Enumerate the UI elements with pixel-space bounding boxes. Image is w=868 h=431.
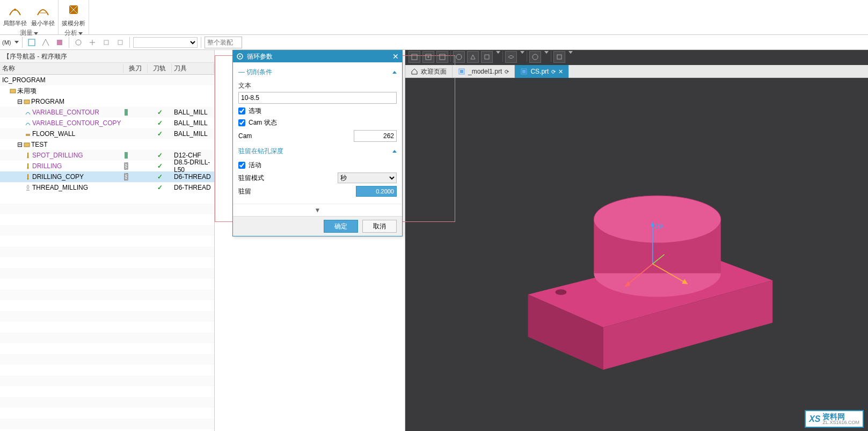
tb-icon-2[interactable] xyxy=(40,37,52,48)
tab-bar: 欢迎页面_model1.prt ⟳CS.prt ⟳ × xyxy=(405,65,868,78)
svg-rect-12 xyxy=(27,153,28,157)
assembly-input[interactable] xyxy=(205,37,242,48)
tb-icon-4[interactable] xyxy=(72,37,84,48)
nav-blank-row xyxy=(0,300,214,311)
local-radius-button[interactable]: 局部半径 xyxy=(3,0,27,27)
cam-status-checkbox[interactable] xyxy=(238,119,245,126)
svg-rect-5 xyxy=(104,40,108,45)
vb-2[interactable] xyxy=(422,51,434,63)
view-toolbar xyxy=(409,51,573,63)
nav-blank-row xyxy=(0,193,214,204)
section-dwell[interactable]: 驻留在钻孔深度 xyxy=(238,145,397,158)
tb-icon-1[interactable] xyxy=(26,37,38,48)
folder-icon xyxy=(24,98,30,105)
svg-rect-15 xyxy=(27,163,28,168)
vb-7[interactable] xyxy=(505,51,517,63)
tb-icon-5[interactable] xyxy=(86,37,98,48)
tab-_model1prt[interactable]: _model1.prt ⟳ xyxy=(453,65,515,78)
vb-3[interactable] xyxy=(436,51,448,63)
svg-point-22 xyxy=(239,56,241,58)
active-checkbox[interactable] xyxy=(238,162,245,169)
nav-root[interactable]: IC_PROGRAM xyxy=(0,75,214,85)
dwell-mode-label: 驻留模式 xyxy=(238,174,264,183)
nav-blank-row xyxy=(0,236,214,247)
tb-icon-3[interactable] xyxy=(54,37,65,48)
nav-blank-row xyxy=(0,290,214,300)
option-label: 选项 xyxy=(249,106,261,116)
nav-item-variable_contour[interactable]: VARIABLE_CONTOUR✓BALL_MILL xyxy=(0,107,214,118)
svg-point-39 xyxy=(594,196,721,243)
vb-1[interactable] xyxy=(409,51,420,63)
svg-rect-31 xyxy=(460,70,463,73)
nav-blank-row xyxy=(0,257,214,268)
close-icon[interactable]: ✕ xyxy=(392,52,399,61)
expand-arrow[interactable]: ▼ xyxy=(233,204,402,216)
svg-marker-13 xyxy=(27,157,29,159)
tab-csprt[interactable]: CS.prt ⟳ × xyxy=(515,65,568,78)
svg-rect-11 xyxy=(24,143,30,147)
svg-rect-27 xyxy=(485,55,489,59)
drill-icon xyxy=(25,163,31,169)
hdr-change: 换刀 xyxy=(123,64,148,73)
toolbar: (M) xyxy=(0,35,868,50)
draft-analysis-button[interactable]: 拔模分析 xyxy=(62,0,85,27)
svg-point-28 xyxy=(533,54,538,60)
navigator-title: 【序导航器 - 程序顺序 xyxy=(0,50,214,63)
dwell-value[interactable]: 0.2000 xyxy=(356,186,397,197)
nav-item-floor_wall[interactable]: FLOOR_WALL✓BALL_MILL xyxy=(0,128,214,139)
nav-unused[interactable]: 未用项 xyxy=(0,85,214,96)
vb-5[interactable] xyxy=(467,51,479,63)
dwell-label: 驻留 xyxy=(238,187,251,196)
svg-point-37 xyxy=(555,289,566,295)
svg-marker-19 xyxy=(27,178,29,180)
nav-item-drilling[interactable]: DRILLING✓D8.5-DRILL-L50 xyxy=(0,161,214,171)
thread-icon xyxy=(25,184,31,191)
svg-rect-18 xyxy=(27,174,28,178)
hdr-tool: 刀具 xyxy=(172,64,214,73)
nav-blank-row xyxy=(0,376,214,386)
vb-8[interactable] xyxy=(529,51,541,63)
svg-rect-33 xyxy=(522,70,526,73)
nav-item-thread_milling[interactable]: THREAD_MILLING✓D6-THREAD xyxy=(0,182,214,193)
group-label-measure: 测量 xyxy=(20,29,33,37)
dialog-title-text: 循环参数 xyxy=(247,52,273,61)
nav-blank-row xyxy=(0,268,214,279)
ribbon-group-measure: 局部半径 最小半径 测量 xyxy=(0,0,59,34)
cam-input[interactable] xyxy=(354,130,397,142)
vb-6[interactable] xyxy=(481,51,493,63)
dialog-titlebar[interactable]: 循环参数 ✕ xyxy=(233,51,402,62)
dwell-mode-select[interactable]: 秒 xyxy=(338,173,397,183)
nav-item-test[interactable]: ⊟ TEST xyxy=(0,139,214,150)
nav-item-variable_contour_copy[interactable]: VARIABLE_CONTOUR_COPY✓BALL_MILL xyxy=(0,118,214,128)
drill-icon xyxy=(25,174,31,180)
nav-blank-row xyxy=(0,386,214,397)
3d-canvas[interactable]: ZM xyxy=(405,78,868,431)
cancel-button[interactable]: 取消 xyxy=(362,220,397,233)
tb-icon-7[interactable] xyxy=(114,37,126,48)
tab-close-icon[interactable]: × xyxy=(558,67,563,76)
folder-icon xyxy=(24,141,30,148)
min-radius-button[interactable]: 最小半径 xyxy=(31,0,55,27)
tab-[interactable]: 欢迎页面 xyxy=(405,65,453,78)
gear-icon xyxy=(236,53,244,60)
folder-icon xyxy=(10,88,16,94)
option-checkbox[interactable] xyxy=(238,107,245,114)
svg-point-26 xyxy=(456,54,462,60)
ribbon: 局部半径 最小半径 测量 拔模分析 分析 xyxy=(0,0,868,35)
nav-header-row: 名称 换刀 刀轨 刀具 xyxy=(0,63,214,75)
nav-blank-row xyxy=(0,408,214,419)
vb-4[interactable] xyxy=(453,51,465,63)
cam-label: Cam xyxy=(238,132,252,140)
selection-filter-select[interactable] xyxy=(133,37,198,48)
text-input[interactable] xyxy=(238,92,397,104)
nav-item-drilling_copy[interactable]: DRILLING_COPY✓D6-THREAD xyxy=(0,171,214,182)
nav-blank-row xyxy=(0,247,214,257)
tb-icon-6[interactable] xyxy=(100,37,112,48)
svg-rect-29 xyxy=(557,55,561,59)
vb-9[interactable] xyxy=(553,51,565,63)
svg-point-0 xyxy=(14,9,16,11)
nav-blank-row xyxy=(0,365,214,376)
ok-button[interactable]: 确定 xyxy=(324,220,358,233)
section-cutting[interactable]: — 切削条件 xyxy=(238,66,397,79)
nav-item-program[interactable]: ⊟ PROGRAM xyxy=(0,96,214,107)
